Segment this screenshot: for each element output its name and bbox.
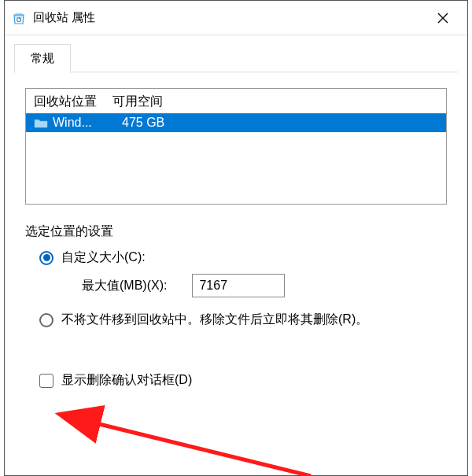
window-title: 回收站 属性 [33, 10, 425, 25]
folder-icon [34, 117, 48, 128]
radio-no-recycle-row[interactable]: 不将文件移到回收站中。移除文件后立即将其删除(R)。 [25, 312, 447, 328]
radio-custom-size-label: 自定义大小(C): [61, 249, 146, 266]
listbox-header: 回收站位置 可用空间 [26, 89, 446, 113]
tab-content: 回收站位置 可用空间 Wind... 475 GB 选定位置的设置 自定义大小(… [5, 72, 467, 475]
tab-strip: 常规 [5, 35, 467, 72]
close-button[interactable] [425, 1, 461, 35]
max-size-input[interactable] [192, 274, 285, 297]
radio-no-recycle[interactable] [39, 313, 53, 327]
max-size-label: 最大值(MB)(X): [82, 278, 167, 294]
drive-listbox[interactable]: 回收站位置 可用空间 Wind... 475 GB [25, 88, 447, 205]
col-header-location: 回收站位置 [34, 94, 112, 110]
properties-dialog: 回收站 属性 常规 回收站位置 可用空间 Wind... [4, 0, 468, 476]
radio-custom-size-row[interactable]: 自定义大小(C): [25, 249, 447, 266]
drive-space: 475 GB [117, 116, 438, 130]
titlebar: 回收站 属性 [5, 1, 467, 35]
max-size-row: 最大值(MB)(X): [25, 274, 447, 297]
radio-no-recycle-label: 不将文件移到回收站中。移除文件后立即将其删除(R)。 [61, 312, 368, 328]
col-header-space: 可用空间 [112, 94, 438, 110]
recycle-bin-icon [11, 10, 27, 26]
settings-section-title: 选定位置的设置 [25, 223, 447, 240]
drive-row[interactable]: Wind... 475 GB [26, 113, 446, 132]
tab-general[interactable]: 常规 [14, 44, 71, 73]
drive-name: Wind... [53, 116, 117, 130]
confirm-checkbox-label: 显示删除确认对话框(D) [61, 372, 192, 389]
radio-custom-size[interactable] [39, 251, 53, 265]
confirm-checkbox-row[interactable]: 显示删除确认对话框(D) [25, 372, 447, 389]
confirm-checkbox[interactable] [39, 374, 53, 388]
